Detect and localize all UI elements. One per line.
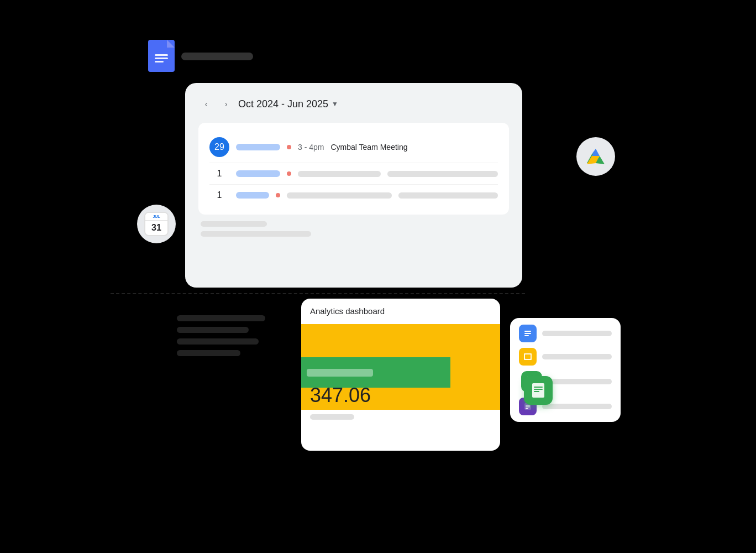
- svg-rect-12: [524, 331, 531, 332]
- google-calendar-icon: JUL 31: [137, 205, 176, 243]
- event-bar-short: [236, 192, 269, 199]
- left-bar: [177, 315, 265, 321]
- gcal-month-label: JUL: [145, 213, 167, 221]
- event-time: 3 - 4pm: [298, 143, 324, 152]
- calendar-header: ‹ › Oct 2024 - Jun 2025 ▼: [198, 96, 509, 112]
- event-dot: [276, 193, 280, 197]
- analytics-title: Analytics dashboard: [301, 299, 500, 321]
- app-row-slides[interactable]: [519, 348, 612, 366]
- left-content-bars: [177, 315, 265, 356]
- event-bar: [236, 144, 280, 150]
- svg-rect-14: [524, 335, 529, 336]
- gcal-date: 31: [145, 221, 167, 235]
- app-row-docs[interactable]: [519, 325, 612, 342]
- events-container: 29 3 - 4pm Cymbal Team Meeting 1 1: [198, 123, 509, 215]
- left-bar: [177, 338, 259, 345]
- left-bar: [177, 350, 240, 356]
- chart-green-inner-bar: [307, 369, 373, 377]
- event-dot: [287, 145, 291, 149]
- analytics-card: Analytics dashboard 347.06: [301, 299, 500, 451]
- calendar-card: ‹ › Oct 2024 - Jun 2025 ▼ 29 3 - 4pm Cym…: [185, 83, 522, 288]
- app-text-bar: [542, 331, 612, 336]
- calendar-date-range[interactable]: Oct 2024 - Jun 2025 ▼: [238, 98, 338, 110]
- event-dot: [287, 171, 291, 176]
- event-date: 1: [209, 190, 229, 200]
- svg-rect-10: [534, 389, 543, 390]
- event-row[interactable]: 29 3 - 4pm Cymbal Team Meeting: [209, 132, 498, 163]
- event-row[interactable]: 1: [209, 163, 498, 185]
- event-gray-bar: [298, 171, 381, 177]
- svg-rect-8: [532, 383, 544, 398]
- event-date-highlighted: 29: [209, 137, 229, 157]
- calendar-dropdown-arrow: ▼: [332, 100, 338, 108]
- svg-marker-5: [592, 149, 600, 156]
- slides-app-icon: [519, 348, 537, 366]
- cal-placeholder-bar: [201, 231, 311, 237]
- svg-rect-11: [534, 391, 539, 392]
- svg-rect-24: [526, 408, 528, 409]
- calendar-date-range-text: Oct 2024 - Jun 2025: [238, 98, 328, 110]
- google-drive-icon: [576, 137, 615, 176]
- event-gray-bar-long: [387, 171, 498, 177]
- top-title: [181, 53, 253, 60]
- calendar-prev-button[interactable]: ‹: [198, 96, 214, 112]
- docs-app-icon: [519, 325, 537, 342]
- left-bar: [177, 327, 249, 333]
- docs-icon: [148, 40, 175, 72]
- analytics-chart: 347.06: [301, 321, 500, 410]
- svg-rect-22: [526, 405, 530, 406]
- event-bar: [236, 170, 280, 177]
- svg-rect-16: [525, 354, 531, 359]
- analytics-bottom-bar: [310, 414, 354, 420]
- event-title: Cymbal Team Meeting: [330, 143, 407, 152]
- google-sheets-icon-large: [524, 376, 553, 405]
- calendar-next-button[interactable]: ›: [218, 96, 234, 112]
- chart-green-bar: [301, 357, 450, 388]
- event-gray-bar: [287, 192, 392, 199]
- cal-placeholder-bar: [201, 221, 267, 227]
- app-text-bar: [548, 379, 612, 384]
- dashed-separator: [111, 293, 525, 294]
- svg-rect-13: [524, 333, 531, 334]
- scene: ‹ › Oct 2024 - Jun 2025 ▼ 29 3 - 4pm Cym…: [0, 0, 756, 553]
- svg-rect-9: [534, 387, 543, 388]
- app-text-bar: [542, 354, 612, 359]
- analytics-value: 347.06: [310, 384, 371, 407]
- event-gray-bar-long: [398, 192, 498, 199]
- event-date: 1: [209, 169, 229, 179]
- svg-rect-23: [526, 406, 530, 408]
- apps-panel: [510, 318, 621, 422]
- app-text-bar: [542, 404, 612, 409]
- event-row[interactable]: 1: [209, 185, 498, 206]
- calendar-bottom-bars: [198, 221, 509, 237]
